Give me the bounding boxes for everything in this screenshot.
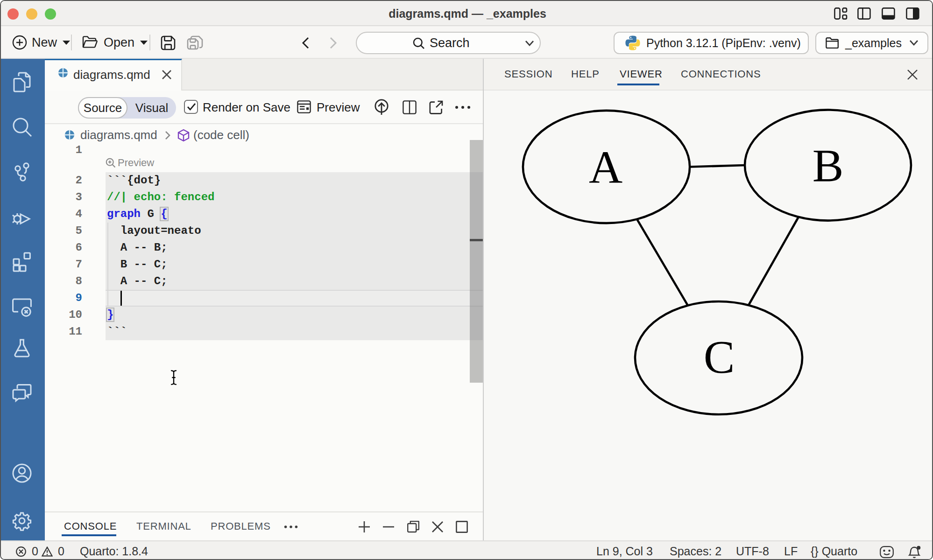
svg-text:C: C [704, 331, 735, 383]
svg-text:A: A [589, 141, 622, 193]
svg-text:B: B [813, 140, 844, 191]
